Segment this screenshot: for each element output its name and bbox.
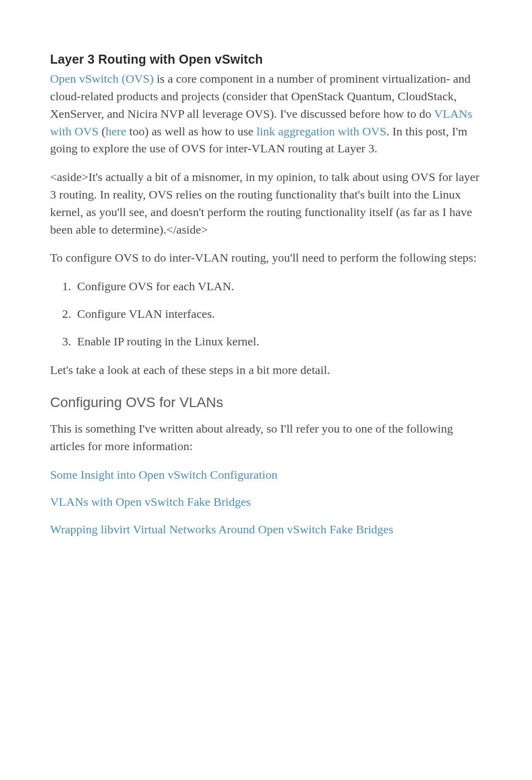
list-item: Configure OVS for each VLAN. — [74, 278, 487, 295]
ref-link-libvirt[interactable]: Wrapping libvirt Virtual Networks Around… — [50, 523, 393, 536]
lead-text-2: ( — [99, 125, 106, 138]
lead-paragraph: Open vSwitch (OVS) is a core component i… — [50, 70, 487, 157]
list-item: Configure VLAN interfaces. — [74, 305, 487, 323]
lead-text-3: too) as well as how to use — [126, 125, 256, 138]
list-item: Enable IP routing in the Linux kernel. — [74, 333, 487, 350]
ref-link-1-wrapper: Some Insight into Open vSwitch Configura… — [50, 466, 487, 484]
steps-list: Configure OVS for each VLAN. Configure V… — [50, 278, 487, 350]
link-ovs[interactable]: Open vSwitch (OVS) — [50, 72, 154, 85]
ref-link-insight[interactable]: Some Insight into Open vSwitch Configura… — [50, 468, 278, 481]
ref-link-3-wrapper: Wrapping libvirt Virtual Networks Around… — [50, 521, 487, 538]
ref-link-2-wrapper: VLANs with Open vSwitch Fake Bridges — [50, 493, 487, 511]
closer-line: Let's take a look at each of these steps… — [50, 361, 487, 379]
section-heading: Configuring OVS for VLANs — [50, 393, 487, 413]
section-intro: This is something I've written about alr… — [50, 420, 487, 455]
page-title: Layer 3 Routing with Open vSwitch — [50, 50, 487, 68]
link-aggregation[interactable]: link aggregation with OVS — [256, 125, 386, 138]
steps-intro: To configure OVS to do inter-VLAN routin… — [50, 249, 487, 267]
link-here[interactable]: here — [106, 125, 126, 138]
aside-paragraph: <aside>It's actually a bit of a misnomer… — [50, 168, 487, 238]
ref-link-fake-bridges[interactable]: VLANs with Open vSwitch Fake Bridges — [50, 495, 251, 508]
